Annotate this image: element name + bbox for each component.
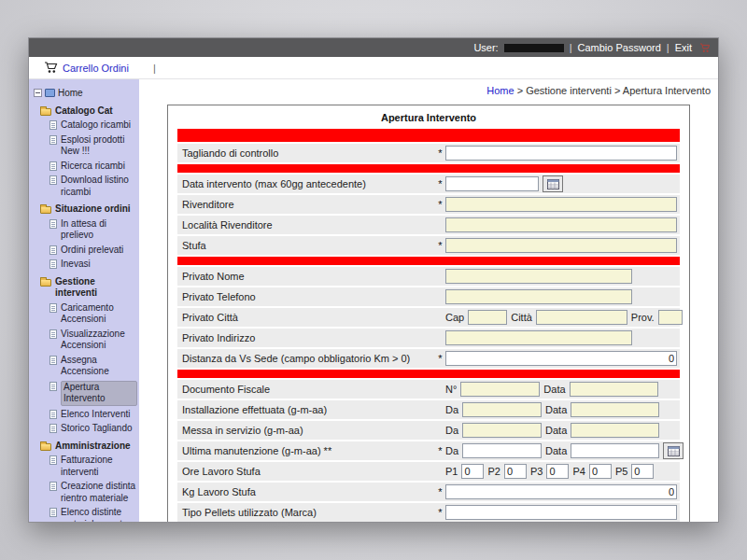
app-header: Carrello Ordini | <box>29 57 718 79</box>
required-marker: * <box>435 147 445 159</box>
sidebar-item-elenco-interventi[interactable]: Elenco Interventi <box>32 409 137 421</box>
field-label: Data intervento (max 60gg antecedente) <box>177 178 435 189</box>
ultima-manutenzione-da-input[interactable] <box>462 443 542 458</box>
cart-icon-small <box>699 43 711 53</box>
form-row-localita-rivenditore: Località Rivenditore <box>177 216 680 234</box>
messa-data-input[interactable] <box>571 423 659 438</box>
data-label: Data <box>545 445 567 456</box>
data-intervento-input[interactable] <box>445 176 539 191</box>
p5-input[interactable] <box>631 464 654 479</box>
localita-rivenditore-input[interactable] <box>445 217 677 232</box>
cap-input[interactable] <box>468 310 507 325</box>
form-title: Apertura Intervento <box>177 105 680 129</box>
p4-label: P4 <box>572 466 585 477</box>
sidebar-item-assegna-accensione[interactable]: Assegna Accensione <box>32 355 137 378</box>
p5-label: P5 <box>615 466 627 477</box>
form-row-tipo-pellets: Tipo Pellets utilizzato (Marca) * <box>177 503 680 522</box>
brand-link[interactable]: Carrello Ordini <box>63 63 129 74</box>
breadcrumb-home-link[interactable]: Home <box>486 85 514 96</box>
page-icon <box>49 219 57 229</box>
documento-numero-input[interactable] <box>460 382 540 397</box>
sidebar-item-apertura-intervento[interactable]: Apertura Intervento <box>32 381 137 406</box>
citta-label: Città <box>511 312 532 323</box>
prov-input[interactable] <box>658 310 683 325</box>
form-row-installazione: Installazione effettuata (g-m-aa) Da Dat… <box>177 400 680 419</box>
sidebar-item-home[interactable]: Home <box>32 88 137 100</box>
sidebar: Home Catalogo Cat Catalogo ricambi Esplo… <box>29 79 139 522</box>
stufa-input[interactable] <box>445 238 677 253</box>
topbar-separator: | <box>570 42 572 53</box>
installazione-data-input[interactable] <box>571 402 659 417</box>
field-label: Ore Lavoro Stufa <box>177 466 435 477</box>
sidebar-item-caricamento-accensioni[interactable]: Caricamento Accensioni <box>32 302 137 326</box>
sidebar-item-storico-tagliando[interactable]: Storico Tagliando <box>32 423 137 435</box>
breadcrumb-section: Gestione interventi <box>526 85 612 96</box>
sidebar-item-ricerca-ricambi[interactable]: Ricerca ricambi <box>32 161 137 173</box>
installazione-da-input[interactable] <box>462 402 542 417</box>
sidebar-item-elenco-distinte-materiale-create[interactable]: Elenco distinte materiale create <box>32 507 137 522</box>
sidebar-folder-gestione-interventi[interactable]: Gestione interventi <box>32 276 137 300</box>
page-icon <box>49 382 57 391</box>
sidebar-folder-situazione-ordini[interactable]: Situazione ordini <box>32 203 137 216</box>
calendar-icon[interactable] <box>543 175 563 192</box>
exit-link[interactable]: Exit <box>675 42 692 53</box>
required-marker: * <box>435 353 445 364</box>
p2-input[interactable] <box>504 464 527 479</box>
documento-data-input[interactable] <box>570 382 658 397</box>
section-separator-bar <box>177 370 680 378</box>
messa-da-input[interactable] <box>462 423 542 438</box>
field-label: Messa in servizio (g-m-aa) <box>177 425 435 436</box>
ultima-manutenzione-data-input[interactable] <box>571 443 659 458</box>
distanza-input[interactable] <box>445 351 677 366</box>
sidebar-item-esplosi-prodotti[interactable]: Esplosi prodotti New !!! <box>32 134 137 158</box>
page-icon <box>49 356 57 365</box>
home-icon <box>45 89 55 97</box>
p4-input[interactable] <box>589 464 612 479</box>
privato-telefono-input[interactable] <box>445 289 632 304</box>
form-row-distanza: Distanza da Vs Sede (campo obbligatorio … <box>177 349 680 368</box>
cap-label: Cap <box>445 312 464 323</box>
form-row-ore-lavoro: Ore Lavoro Stufa P1 P2 P3 P4 P5 <box>177 462 680 481</box>
sidebar-folder-catalogo-cat[interactable]: Catalogo Cat <box>32 105 137 118</box>
form-row-privato-telefono: Privato Telefono <box>177 287 680 306</box>
sidebar-item-fatturazione-interventi[interactable]: Fatturazione interventi <box>32 455 137 478</box>
breadcrumb-current: Apertura Intervento <box>623 85 711 96</box>
sidebar-item-visualizzazione-accensioni[interactable]: Visualizzazione Accensioni <box>32 329 137 352</box>
sidebar-folder-amministrazione[interactable]: Amministrazione <box>32 441 137 453</box>
sidebar-item-inevasi[interactable]: Inevasi <box>32 259 137 271</box>
privato-indirizzo-input[interactable] <box>445 330 632 345</box>
page-icon <box>49 303 57 313</box>
sidebar-item-ordini-prelevati[interactable]: Ordini prelevati <box>32 245 137 257</box>
tree-expander-icon[interactable] <box>34 89 42 97</box>
kg-lavoro-input[interactable] <box>445 484 677 499</box>
tipo-pellets-input[interactable] <box>445 505 677 520</box>
sidebar-item-catalogo-ricambi[interactable]: Catalogo ricambi <box>32 119 137 132</box>
sidebar-item-in-attesa-di-prelievo[interactable]: In attesa di prelievo <box>32 218 137 242</box>
page-icon <box>49 329 57 339</box>
required-marker: * <box>435 445 445 456</box>
rivenditore-input[interactable] <box>445 197 677 212</box>
p1-input[interactable] <box>461 464 484 479</box>
main-content: Home > Gestione interventi > Apertura In… <box>139 79 718 522</box>
cart-icon <box>44 62 58 74</box>
form-row-documento-fiscale: Documento Fiscale N° Data <box>177 380 680 399</box>
cambio-password-link[interactable]: Cambio Password <box>578 42 661 53</box>
sidebar-item-download-listino-ricambi[interactable]: Download listino ricambi <box>32 175 137 198</box>
folder-icon <box>40 279 51 287</box>
sidebar-item-creazione-distinta-rientro-materiale[interactable]: Creazione distinta rientro materiale <box>32 481 137 504</box>
field-label: Ultima manutenzione (g-m-aa) ** <box>177 445 435 456</box>
p3-input[interactable] <box>546 464 569 479</box>
app-window: User: | Cambio Password | Exit Carrello … <box>28 37 719 523</box>
topbar-separator: | <box>667 42 669 53</box>
apertura-intervento-form: Apertura Intervento Tagliando di control… <box>167 105 690 522</box>
calendar-icon[interactable] <box>663 442 684 459</box>
required-marker: * <box>435 178 445 189</box>
tagliando-input[interactable] <box>445 146 677 161</box>
folder-icon <box>40 443 51 451</box>
citta-input[interactable] <box>536 310 627 325</box>
form-row-privato-citta: Privato Città Cap Città Prov. <box>177 308 680 327</box>
prov-label: Prov. <box>631 312 655 323</box>
privato-nome-input[interactable] <box>445 269 632 284</box>
p3-label: P3 <box>530 466 543 477</box>
form-row-privato-nome: Privato Nome <box>177 267 680 286</box>
